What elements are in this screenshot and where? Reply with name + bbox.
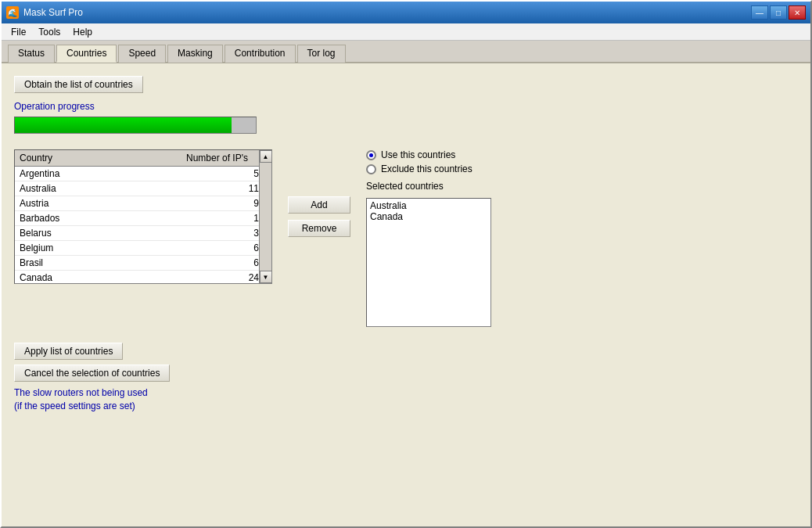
col-header-ips: Number of IP's <box>106 150 271 167</box>
add-button[interactable]: Add <box>288 196 350 214</box>
right-panel: Use this countries Exclude this countrie… <box>366 149 491 327</box>
scroll-up-arrow[interactable]: ▲ <box>260 150 272 163</box>
action-buttons: Add Remove <box>288 149 350 237</box>
table-row[interactable]: Brasil6 <box>15 256 271 271</box>
col-header-country: Country <box>15 150 106 167</box>
left-panel: Country Number of IP's Argentina5Austral… <box>14 149 272 284</box>
title-bar: 🌊 Mask Surf Pro — □ ✕ <box>2 2 810 23</box>
tab-torlog[interactable]: Tor log <box>297 45 346 63</box>
app-icon: 🌊 <box>6 6 19 19</box>
table-row[interactable]: Belgium6 <box>15 241 271 256</box>
table-cell-ips: 1 <box>106 211 271 226</box>
country-table-wrapper: Country Number of IP's Argentina5Austral… <box>14 149 272 284</box>
scroll-down-arrow[interactable]: ▼ <box>260 271 272 283</box>
radio-exclude-label: Exclude this countries <box>381 163 472 174</box>
maximize-button[interactable]: □ <box>770 5 787 20</box>
radio-group: Use this countries Exclude this countrie… <box>366 149 491 174</box>
remove-button[interactable]: Remove <box>288 220 350 237</box>
cancel-selection-button[interactable]: Cancel the selection of countries <box>14 365 170 382</box>
table-cell-ips: 6 <box>106 256 271 271</box>
radio-use-indicator <box>366 150 376 160</box>
selected-countries-box[interactable]: Australia Canada <box>366 198 491 327</box>
table-row[interactable]: Argentina5 <box>15 167 271 181</box>
country-table: Country Number of IP's Argentina5Austral… <box>15 150 271 284</box>
radio-use-countries[interactable]: Use this countries <box>366 149 491 160</box>
table-cell-country: Belarus <box>15 226 106 241</box>
info-text-content: The slow routers not being used (if the … <box>14 387 148 411</box>
table-cell-country: Austria <box>15 196 106 211</box>
table-cell-country: Brasil <box>15 256 106 271</box>
title-buttons: — □ ✕ <box>751 5 806 20</box>
table-cell-ips: 5 <box>106 167 271 181</box>
tab-status[interactable]: Status <box>8 45 55 63</box>
progress-bar-fill <box>15 117 232 133</box>
table-row[interactable]: Barbados1 <box>15 211 271 226</box>
title-bar-left: 🌊 Mask Surf Pro <box>6 6 83 19</box>
progress-bar-container <box>14 117 257 134</box>
table-cell-country: Canada <box>15 271 106 285</box>
tab-countries[interactable]: Countries <box>56 45 117 63</box>
apply-button[interactable]: Apply list of countries <box>14 343 123 360</box>
tab-masking[interactable]: Masking <box>167 45 223 63</box>
table-cell-ips: 11 <box>106 181 271 196</box>
bottom-buttons: Apply list of countries Cancel the selec… <box>14 343 798 413</box>
table-cell-country: Australia <box>15 181 106 196</box>
radio-exclude-countries[interactable]: Exclude this countries <box>366 163 491 174</box>
table-row[interactable]: Belarus3 <box>15 226 271 241</box>
table-row[interactable]: Australia11 <box>15 181 271 196</box>
menu-help[interactable]: Help <box>66 25 99 39</box>
menu-tools[interactable]: Tools <box>32 25 66 39</box>
obtain-button-row: Obtain the list of countries <box>14 76 798 93</box>
menu-file[interactable]: File <box>5 25 32 39</box>
close-button[interactable]: ✕ <box>789 5 806 20</box>
main-window: 🌊 Mask Surf Pro — □ ✕ File Tools Help St… <box>0 0 812 528</box>
main-layout: Country Number of IP's Argentina5Austral… <box>14 149 798 327</box>
table-cell-ips: 6 <box>106 241 271 256</box>
window-title: Mask Surf Pro <box>23 7 83 18</box>
table-cell-country: Argentina <box>15 167 106 181</box>
progress-label: Operation progress <box>14 101 798 112</box>
table-row[interactable]: Canada24 <box>15 271 271 285</box>
tab-speed[interactable]: Speed <box>118 45 166 63</box>
tab-contribution[interactable]: Contribution <box>225 45 296 63</box>
scroll-track <box>260 163 272 271</box>
menu-bar: File Tools Help <box>2 23 810 41</box>
radio-exclude-indicator <box>366 164 376 174</box>
table-cell-ips: 3 <box>106 226 271 241</box>
table-row[interactable]: Austria9 <box>15 196 271 211</box>
selected-country-australia: Australia <box>370 200 487 211</box>
table-cell-ips: 24 <box>106 271 271 285</box>
minimize-button[interactable]: — <box>751 5 768 20</box>
table-cell-country: Belgium <box>15 241 106 256</box>
obtain-countries-button[interactable]: Obtain the list of countries <box>14 76 143 93</box>
table-cell-country: Barbados <box>15 211 106 226</box>
progress-section: Operation progress <box>14 101 798 134</box>
radio-use-label: Use this countries <box>381 149 455 160</box>
selected-country-canada: Canada <box>370 211 487 222</box>
tab-bar: Status Countries Speed Masking Contribut… <box>2 41 810 63</box>
info-text: The slow routers not being used (if the … <box>14 386 798 413</box>
table-cell-ips: 9 <box>106 196 271 211</box>
selected-countries-label: Selected countries <box>366 181 491 192</box>
content-area: Obtain the list of countries Operation p… <box>2 63 810 526</box>
table-scrollbar[interactable]: ▲ ▼ <box>259 150 271 283</box>
